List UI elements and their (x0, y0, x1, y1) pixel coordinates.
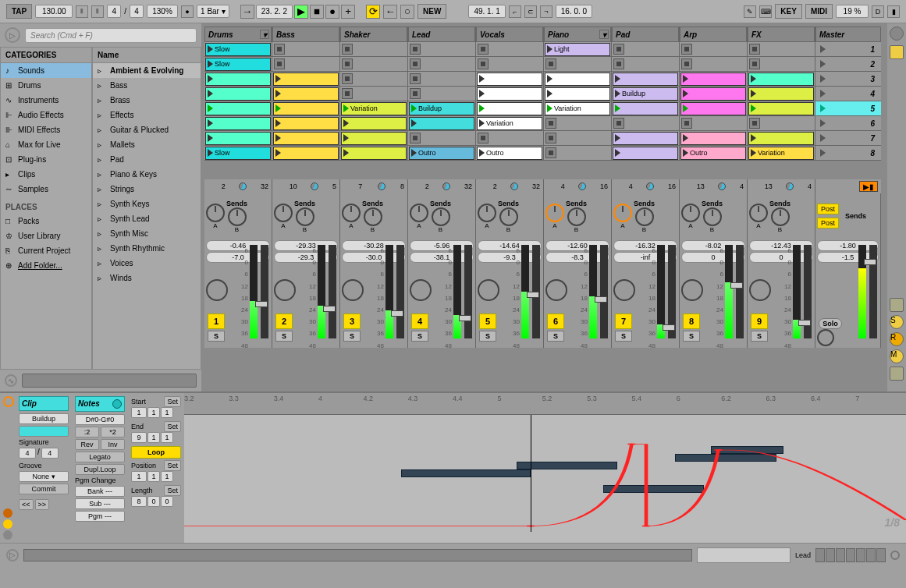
clip-sig-den[interactable]: 4 (41, 448, 59, 459)
fader-handle[interactable] (527, 292, 539, 298)
clip[interactable] (748, 87, 814, 101)
volume-fader[interactable] (600, 245, 608, 338)
clip-stop-button[interactable] (478, 44, 489, 55)
pos-beat[interactable]: 1 (147, 471, 160, 482)
category-item[interactable]: ∿Instruments (1, 93, 91, 108)
track-activator[interactable]: 6 (547, 313, 564, 329)
clip-stop-button[interactable] (749, 44, 760, 55)
clip[interactable] (545, 87, 610, 101)
clip[interactable]: Variation (545, 102, 610, 115)
len-bar[interactable]: 8 (131, 496, 147, 507)
clip-slot[interactable] (748, 101, 815, 116)
clip-slot[interactable] (544, 116, 612, 131)
browser-item[interactable]: ▹Synth Lead (93, 211, 201, 226)
clip-slot[interactable] (272, 101, 340, 116)
solo-button[interactable]: S (343, 331, 361, 342)
pos-16th[interactable]: 1 (161, 471, 173, 482)
io-cell[interactable]: 232 (204, 179, 272, 193)
clip[interactable] (273, 102, 339, 115)
groove-preview-button[interactable]: ∿ (5, 374, 17, 387)
next-button[interactable]: >> (35, 499, 50, 510)
category-item[interactable]: ▸Clips (1, 167, 91, 182)
start-16th[interactable]: 1 (161, 407, 173, 418)
track-activator[interactable]: 4 (411, 313, 428, 329)
clip-slot[interactable] (612, 42, 680, 57)
clip[interactable] (273, 117, 339, 130)
track-title[interactable]: Pad (612, 27, 679, 42)
clip[interactable] (273, 73, 339, 86)
pan-knob[interactable] (545, 279, 567, 301)
scene-slot[interactable]: 5 (815, 101, 881, 116)
browser-item[interactable]: ▹Piano & Keys (93, 167, 201, 182)
browser-item[interactable]: ▹Bass (93, 78, 201, 93)
clip-slot[interactable] (476, 131, 544, 146)
clip-stop-button[interactable] (342, 44, 353, 55)
fader-handle[interactable] (255, 301, 268, 307)
legato-button[interactable]: Legato (75, 452, 125, 462)
scene-slot[interactable]: 8 (815, 146, 881, 161)
clip-slot[interactable]: Variation (748, 146, 815, 161)
crossfade-toggle[interactable]: M (890, 349, 904, 363)
clip-stop-button[interactable] (545, 147, 556, 158)
arrangement-position[interactable]: 23. 2. 2 (256, 5, 293, 19)
clip-slot[interactable] (476, 72, 544, 87)
track-activator[interactable]: 3 (343, 313, 361, 329)
set-position-button[interactable]: Set (164, 460, 181, 471)
scene-slot[interactable]: 4 (815, 87, 881, 101)
track-title[interactable]: Shaker (340, 27, 407, 42)
send-b-knob[interactable] (703, 207, 722, 226)
clip[interactable]: Outro (477, 147, 542, 160)
clip-slot[interactable] (476, 101, 544, 116)
clip[interactable] (613, 132, 678, 145)
send-a-knob[interactable] (749, 204, 768, 222)
clip-slot[interactable] (748, 42, 815, 57)
set-start-button[interactable]: Set (164, 396, 181, 407)
send-a-knob[interactable] (274, 204, 293, 222)
clip-slot[interactable] (340, 131, 408, 146)
clip-slot[interactable] (204, 72, 272, 87)
clip-slot[interactable] (748, 116, 815, 131)
pan-knob[interactable] (478, 279, 499, 301)
track-title[interactable]: Arp (680, 27, 747, 42)
commit-button[interactable]: Commit (19, 484, 69, 494)
solo-button[interactable]: S (208, 331, 225, 342)
fader-handle[interactable] (595, 296, 607, 303)
send-b-knob[interactable] (432, 207, 450, 226)
clip-stop-button[interactable] (410, 44, 421, 55)
capture-new-button[interactable]: NEW (417, 4, 446, 19)
loop-button[interactable]: Loop (131, 446, 181, 459)
pan-knob[interactable] (681, 279, 703, 301)
clip-slot[interactable] (680, 87, 748, 101)
automation-arm-button[interactable]: ⟳ (366, 5, 380, 19)
prev-button[interactable]: << (19, 499, 34, 510)
clip-slot[interactable] (408, 131, 476, 146)
pan-knob[interactable] (749, 279, 771, 301)
send-b-knob[interactable] (635, 207, 654, 226)
post-a-button[interactable]: Post (817, 204, 839, 214)
browser-item[interactable]: ▹Winds (93, 271, 201, 285)
io-cell[interactable]: 416 (544, 179, 612, 193)
clip-slot[interactable] (612, 101, 680, 116)
browser-item[interactable]: ▹Guitar & Plucked (93, 122, 201, 137)
clip-slot[interactable]: Slow (204, 146, 272, 161)
clip-slot[interactable] (272, 146, 340, 161)
record-button[interactable]: ● (325, 5, 339, 19)
clip-slot[interactable]: Buildup (408, 101, 476, 116)
nudge-down-button[interactable]: ⦀ (76, 5, 88, 18)
automation-envelope[interactable] (184, 415, 906, 532)
track-title[interactable]: Bass (272, 27, 339, 42)
category-item[interactable]: ⌂Max for Live (1, 137, 91, 152)
pan-knob[interactable] (206, 279, 228, 301)
clip-stop-button[interactable] (613, 44, 624, 55)
clip-stop-button[interactable] (342, 58, 353, 69)
fader-handle[interactable] (730, 282, 743, 289)
clip-slot[interactable]: Variation (476, 116, 544, 131)
track-title[interactable]: Vocals (476, 27, 543, 42)
scene-slot[interactable]: 6 (815, 116, 881, 131)
clip-slot[interactable]: Outro (476, 146, 544, 161)
io-cell[interactable]: 416 (612, 179, 680, 193)
clip-slot[interactable] (408, 57, 476, 72)
clip-slot[interactable] (340, 87, 408, 101)
track-title[interactable]: Piano▾ (544, 27, 611, 42)
category-item[interactable]: ⊩Audio Effects (1, 108, 91, 122)
